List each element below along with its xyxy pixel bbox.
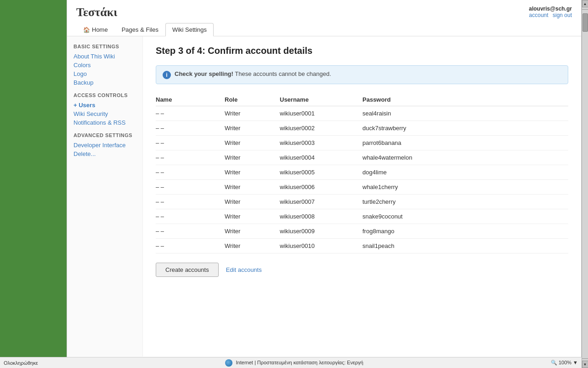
scroll-down-arrow[interactable]: ▼ <box>582 361 588 368</box>
cell-name: – – <box>156 224 225 239</box>
zoom-level: 🔍 100% ▼ <box>551 360 578 366</box>
cell-username: wikiuser0004 <box>280 150 362 165</box>
status-left: Ολοκληρώθηκε <box>4 360 38 366</box>
cell-role: Writer <box>225 150 280 165</box>
sidebar-section-advanced: ADVANCED SETTINGS <box>74 132 136 138</box>
info-icon: i <box>163 71 171 79</box>
sidebar-item-delete[interactable]: Delete... <box>74 150 136 158</box>
cell-name: – – <box>156 239 225 253</box>
cell-role: Writer <box>225 209 280 224</box>
main-content: Step 3 of 4: Confirm account details i C… <box>143 36 581 356</box>
cell-username: wikiuser0003 <box>280 136 362 150</box>
cell-username: wikiuser0006 <box>280 180 362 195</box>
status-bar: Ολοκληρώθηκε Internet | Προστατευμένη κα… <box>0 357 582 368</box>
tab-home[interactable]: 🏠 Home <box>76 23 115 36</box>
col-header-username: Username <box>280 93 362 106</box>
info-box: i Check your spelling! These accounts ca… <box>156 65 568 84</box>
table-row: – – Writer wikiuser0007 turtle2cherry <box>156 195 568 209</box>
table-row: – – Writer wikiuser0001 seal4raisin <box>156 106 568 121</box>
user-email: alouvris@sch.gr <box>526 6 572 12</box>
cell-role: Writer <box>225 239 280 253</box>
cell-password: snail1peach <box>362 239 568 253</box>
sidebar-item-about[interactable]: About This Wiki <box>74 52 136 61</box>
cell-username: wikiuser0010 <box>280 239 362 253</box>
cell-username: wikiuser0005 <box>280 165 362 180</box>
cell-name: – – <box>156 165 225 180</box>
cell-password: whale4watermelon <box>362 150 568 165</box>
cell-name: – – <box>156 150 225 165</box>
sidebar: BASIC SETTINGS About This Wiki Colors Lo… <box>67 36 143 356</box>
scrollbar[interactable]: ▲ ▼ <box>582 0 588 368</box>
cell-name: – – <box>156 180 225 195</box>
cell-name: – – <box>156 209 225 224</box>
cell-role: Writer <box>225 180 280 195</box>
edit-accounts-link[interactable]: Edit accounts <box>226 266 262 273</box>
col-header-role: Role <box>225 93 280 106</box>
table-row: – – Writer wikiuser0006 whale1cherry <box>156 180 568 195</box>
table-row: – – Writer wikiuser0002 duck7strawberry <box>156 121 568 136</box>
table-row: – – Writer wikiuser0008 snake9coconut <box>156 209 568 224</box>
tab-pages-files[interactable]: Pages & Files <box>115 23 165 36</box>
cell-password: parrot6banana <box>362 136 568 150</box>
sidebar-item-backup[interactable]: Backup <box>74 78 136 87</box>
cell-password: snake9coconut <box>362 209 568 224</box>
sidebar-item-wiki-security[interactable]: Wiki Security <box>74 109 136 118</box>
cell-username: wikiuser0001 <box>280 106 362 121</box>
cell-username: wikiuser0008 <box>280 209 362 224</box>
cell-role: Writer <box>225 165 280 180</box>
accounts-table: Name Role Username Password – – Writer w… <box>156 93 568 253</box>
cell-password: turtle2cherry <box>362 195 568 209</box>
site-title: Τεστάκι <box>76 6 117 19</box>
user-info: alouvris@sch.gr account sign out <box>526 6 572 18</box>
cell-username: wikiuser0009 <box>280 224 362 239</box>
sidebar-item-developer[interactable]: Developer Interface <box>74 141 136 150</box>
cell-name: – – <box>156 136 225 150</box>
scroll-up-arrow[interactable]: ▲ <box>582 0 588 7</box>
sidebar-section-access: ACCESS CONTROLS <box>74 92 136 98</box>
table-row: – – Writer wikiuser0010 snail1peach <box>156 239 568 253</box>
col-header-name: Name <box>156 93 225 106</box>
globe-icon <box>225 359 232 367</box>
sidebar-section-basic: BASIC SETTINGS <box>74 44 136 49</box>
cell-password: whale1cherry <box>362 180 568 195</box>
cell-name: – – <box>156 195 225 209</box>
cell-password: frog8mango <box>362 224 568 239</box>
sidebar-item-logo[interactable]: Logo <box>74 69 136 78</box>
cell-role: Writer <box>225 106 280 121</box>
info-text: Check your spelling! These accounts cann… <box>175 70 331 77</box>
status-center-text: Internet | Προστατευμένη κατάσταση λειτο… <box>236 359 363 365</box>
cell-username: wikiuser0007 <box>280 195 362 209</box>
table-row: – – Writer wikiuser0004 whale4watermelon <box>156 150 568 165</box>
table-row: – – Writer wikiuser0005 dog4lime <box>156 165 568 180</box>
sidebar-item-colors[interactable]: Colors <box>74 61 136 69</box>
cell-name: – – <box>156 121 225 136</box>
sidebar-item-notifications[interactable]: Notifications & RSS <box>74 118 136 127</box>
cell-role: Writer <box>225 136 280 150</box>
status-text: Ολοκληρώθηκε <box>4 360 38 366</box>
scroll-thumb[interactable] <box>582 13 588 32</box>
info-bold: Check your spelling! <box>175 70 233 77</box>
cell-role: Writer <box>225 195 280 209</box>
tab-wiki-settings[interactable]: Wiki Settings <box>165 23 214 36</box>
nav-tabs: 🏠 Home Pages & Files Wiki Settings <box>76 23 572 36</box>
cell-username: wikiuser0002 <box>280 121 362 136</box>
status-center: Internet | Προστατευμένη κατάσταση λειτο… <box>225 359 363 367</box>
account-link[interactable]: account <box>529 12 548 18</box>
signout-link[interactable]: sign out <box>553 12 572 18</box>
header: Τεστάκι alouvris@sch.gr account sign out… <box>67 0 581 36</box>
cell-role: Writer <box>225 121 280 136</box>
table-row: – – Writer wikiuser0003 parrot6banana <box>156 136 568 150</box>
home-icon: 🏠 <box>83 27 90 33</box>
cell-role: Writer <box>225 224 280 239</box>
status-right: 🔍 100% ▼ <box>551 360 578 366</box>
table-row: – – Writer wikiuser0009 frog8mango <box>156 224 568 239</box>
cell-name: – – <box>156 106 225 121</box>
actions-row: Create accounts Edit accounts <box>156 263 568 277</box>
cell-password: dog4lime <box>362 165 568 180</box>
col-header-password: Password <box>362 93 568 106</box>
step-title: Step 3 of 4: Confirm account details <box>156 46 568 56</box>
info-rest: These accounts cannot be changed. <box>233 70 331 77</box>
create-accounts-button[interactable]: Create accounts <box>156 263 219 277</box>
cell-password: seal4raisin <box>362 106 568 121</box>
sidebar-item-users[interactable]: Users <box>74 101 136 109</box>
